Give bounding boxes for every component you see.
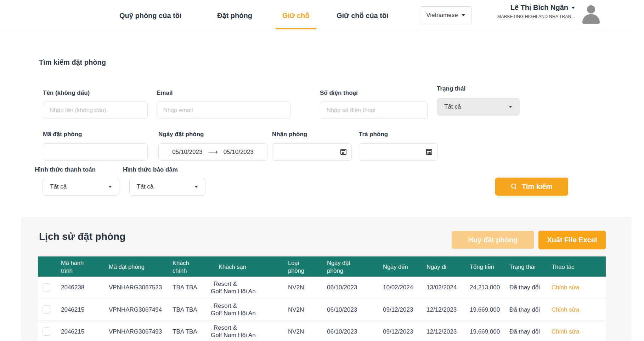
email-input[interactable] [157,102,290,119]
nav-my-room-fund[interactable]: Quỹ phòng của tôi [119,0,182,31]
cell-hotel: .Resort &Golf Nam Hội An [211,320,282,341]
cell-booked-date: 06/10/2023 [322,277,378,299]
date-from: 05/10/2023 [172,149,202,156]
cell-itinerary: 2046238 [56,277,104,299]
calendar-icon [426,149,432,155]
cell-total: 19,669,000 [465,299,505,320]
booking-code-input[interactable] [43,143,148,161]
search-button[interactable]: Tìm kiếm [495,178,568,196]
table-header: Mã hành trình Mã đặt phòng Khách chính K… [38,256,606,277]
cell-action: Chỉnh sửa [547,320,606,341]
booking-date-range[interactable]: 05/10/2023 ⟶ 05/10/2023 [158,143,267,161]
user-menu[interactable]: Lê Thị Bích Ngân MARKETING HIGHLAND NHA … [484,4,575,19]
nav-hold[interactable]: Giữ chỗ [282,0,310,31]
guarantee-select[interactable]: Tất cả [129,178,205,196]
col-guest: Khách chính [168,256,211,277]
field-email: Email [157,89,290,97]
chevron-down-icon [571,7,575,9]
cell-guest: TBA TBA [168,320,211,341]
status-select[interactable]: Tất cả [437,98,520,116]
row-checkbox[interactable] [43,327,51,336]
field-checkout-label: Trả phòng [359,131,437,138]
col-itinerary: Mã hành trình [56,256,104,277]
field-guarantee: Hình thức bảo đảm [123,166,215,173]
field-booking-date-label: Ngày đặt phòng [158,131,267,138]
payment-select[interactable]: Tất cả [43,178,119,196]
field-email-label: Email [157,89,290,97]
cell-itinerary: 2046215 [56,299,104,320]
language-label: Vietnamese [426,12,458,19]
cell-room-type: NV2N [282,299,322,320]
cell-room-type: NV2N [282,320,322,341]
col-status: Trạng thái [505,256,547,277]
cell-room-type: NV2N [282,277,322,299]
cell-arrival: 09/12/2023 [378,320,422,341]
edit-link[interactable]: Chỉnh sửa [552,284,579,291]
field-guarantee-label: Hình thức bảo đảm [123,166,215,173]
checkin-date-input[interactable] [272,143,352,161]
cell-arrival: 09/12/2023 [378,299,422,320]
cell-departure: 12/12/2023 [422,320,465,341]
phone-input[interactable] [320,102,428,119]
row-checkbox[interactable] [43,305,51,314]
table-row: 2046215 VPNHARG3067494 TBA TBA .Resort &… [38,299,606,320]
avatar-head [587,5,595,13]
cell-guest: TBA TBA [168,277,211,299]
field-phone-label: Số điện thoại [320,89,428,97]
cell-total: 19,669,000 [465,320,505,341]
cell-itinerary: 2046215 [56,320,104,341]
page: Quỹ phòng của tôi Đặt phòng Giữ chỗ Giữ … [0,0,644,341]
cell-guest: TBA TBA [168,299,211,320]
user-name: Lê Thị Bích Ngân [484,4,575,12]
cell-booking-code: VPNHARG3067494 [104,299,168,320]
cell-arrival: 10/02/2024 [378,277,422,299]
col-arrival: Ngày đến [378,256,422,277]
export-excel-button[interactable]: Xuất File Excel [538,231,606,249]
date-to: 05/10/2023 [224,149,254,156]
col-booking-code: Mã đặt phòng [104,256,168,277]
cell-departure: 12/12/2023 [422,299,465,320]
chevron-down-icon [509,106,512,108]
language-select[interactable]: Vietnamese [420,6,471,24]
cell-status: Đã thay đổi [505,299,547,320]
nav-booking[interactable]: Đặt phòng [217,0,252,31]
cell-booked-date: 06/10/2023 [322,299,378,320]
table-row: 2046215 VPNHARG3067493 TBA TBA .Resort &… [38,320,606,341]
cell-hotel: .Resort &Golf Nam Hội An [211,299,282,320]
cell-status: Đã thay đổi [505,320,547,341]
field-name: Tên (không dấu) [43,89,148,97]
cell-status: Đã thay đổi [505,277,547,299]
cancel-booking-button[interactable]: Huỷ đặt phòng [452,231,534,249]
cell-action: Chỉnh sửa [547,299,606,320]
col-booked-date: Ngày đặt phòng [322,256,378,277]
top-bar: Quỹ phòng của tôi Đặt phòng Giữ chỗ Giữ … [0,0,633,31]
col-total: Tổng tiền [465,256,505,277]
arrow-right-icon: ⟶ [208,148,218,156]
checkout-date-input[interactable] [359,143,437,161]
field-status-label: Trạng thái [437,85,520,92]
field-checkin-label: Nhận phòng [272,131,352,138]
cell-total: 24,213,000 [465,277,505,299]
edit-link[interactable]: Chỉnh sửa [552,328,579,335]
field-payment-label: Hình thức thanh toán [35,166,127,173]
field-phone: Số điện thoại [320,89,428,97]
chevron-down-icon [194,186,198,188]
name-input[interactable] [43,102,148,119]
col-room-type: Loại phòng [282,256,322,277]
chevron-down-icon [462,14,465,16]
edit-link[interactable]: Chỉnh sửa [552,306,579,313]
cell-hotel: .Resort &Golf Nam Hội An [211,277,282,299]
field-payment: Hình thức thanh toán [35,166,127,173]
field-checkout: Trả phòng [359,131,437,138]
field-booking-code: Mã đặt phòng [43,131,148,138]
table-row: 2046238 VPNHARG3067523 TBA TBA .Resort &… [38,277,606,299]
field-checkin: Nhận phòng [272,131,352,138]
col-departure: Ngày đi [422,256,465,277]
cell-booked-date: 06/10/2023 [322,320,378,341]
avatar[interactable] [581,4,601,24]
nav-my-holds[interactable]: Giữ chỗ của tôi [337,0,389,31]
row-checkbox[interactable] [43,283,51,292]
cell-booking-code: VPNHARG3067493 [104,320,168,341]
chevron-down-icon [108,186,112,188]
booking-table: Mã hành trình Mã đặt phòng Khách chính K… [38,256,606,341]
